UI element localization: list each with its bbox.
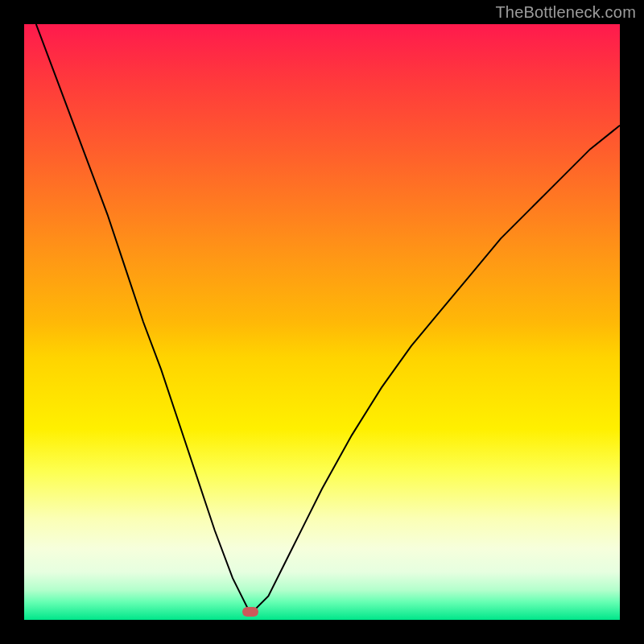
chart-stage: TheBottleneck.com <box>0 0 644 644</box>
curve-path <box>36 24 620 614</box>
optimal-point-marker <box>242 607 258 617</box>
plot-area <box>24 24 620 620</box>
bottleneck-curve <box>24 24 620 620</box>
watermark-label: TheBottleneck.com <box>495 3 636 22</box>
